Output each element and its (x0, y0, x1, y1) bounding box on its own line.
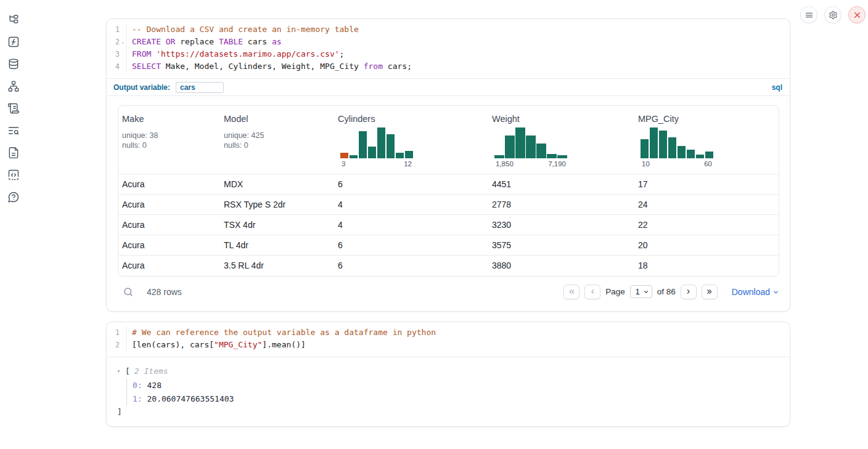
scroll-button[interactable] (7, 102, 20, 115)
python-cell: 1# We can reference the output variable … (106, 322, 790, 427)
menu-button[interactable] (800, 6, 817, 23)
table-cell: MDX (220, 174, 334, 195)
row-count-label: 428 rows (147, 287, 182, 297)
table-cell: Acura (118, 235, 220, 256)
logs-search-button[interactable] (7, 124, 20, 137)
histogram-max-label: 12 (404, 160, 412, 168)
histogram-bar (557, 155, 567, 159)
python-code-text[interactable]: [len(cars), cars["MPG_City"].mean()] (126, 339, 790, 351)
histogram-min-label: 1,850 (496, 160, 514, 168)
table-cell: 3230 (488, 215, 634, 235)
snippets-button[interactable] (7, 169, 20, 181)
column-stat: unique: 38 (122, 131, 216, 140)
download-button[interactable]: Download (732, 287, 779, 297)
settings-gear-icon (829, 10, 838, 20)
table-search-button[interactable] (123, 286, 134, 297)
function-icon (7, 36, 20, 48)
sql-line: 1-- Download a CSV and create an in-memo… (107, 23, 790, 36)
histogram-bar (536, 144, 546, 158)
histogram-bars (494, 127, 567, 158)
function-button[interactable] (7, 36, 20, 48)
file-tree-icon (7, 14, 20, 26)
histogram-bar (696, 155, 704, 158)
dependency-graph-button[interactable] (7, 80, 20, 92)
sql-line: 2⌄CREATE OR replace TABLE cars as (107, 36, 790, 48)
fold-gutter (120, 23, 126, 36)
close-button[interactable] (848, 6, 866, 23)
cars-table: Makeunique: 38nulls: 0Modelunique: 425nu… (118, 106, 779, 276)
chevron-left-icon (589, 288, 597, 296)
close-bracket: ] (117, 406, 780, 418)
sql-code-text[interactable]: -- Download a CSV and create an in-memor… (126, 23, 790, 36)
python-output: ▾ [ 2 Items 0: 4281: 20.060747663551403 … (107, 357, 790, 426)
sql-code-text[interactable]: FROM 'https://datasets.marimo.app/cars.c… (126, 48, 790, 60)
sql-code-text[interactable]: SELECT Make, Model, Cylinders, Weight, M… (126, 60, 790, 73)
line-number: 1 (107, 326, 120, 339)
histogram-bar (678, 146, 686, 158)
sql-code-text[interactable]: CREATE OR replace TABLE cars as (126, 36, 790, 48)
table-cell: 20 (634, 235, 779, 256)
sql-output-section: Makeunique: 38nulls: 0Modelunique: 425nu… (107, 95, 790, 311)
table-cell: 3880 (488, 256, 634, 276)
chevron-down-icon (643, 289, 649, 295)
database-button[interactable] (7, 58, 20, 70)
python-line: 2[len(cars), cars["MPG_City"].mean()] (107, 339, 790, 351)
column-title: Cylinders (338, 114, 485, 124)
database-icon (7, 58, 20, 70)
column-stat: nulls: 0 (122, 140, 216, 150)
line-number: 2 (107, 36, 120, 48)
chevron-right-icon (684, 288, 692, 296)
language-badge: sql (772, 83, 782, 92)
histogram-bar (359, 131, 367, 158)
python-code-editor[interactable]: 1# We can reference the output variable … (107, 322, 790, 357)
code-token: replace (175, 37, 218, 46)
open-bracket: [ (125, 366, 130, 376)
table-cell: Acura (118, 195, 220, 215)
code-token: -- Download a CSV and create an in-memor… (132, 25, 359, 34)
sidebar-panel-icons (0, 0, 27, 203)
sql-line: 3FROM 'https://datasets.marimo.app/cars.… (107, 48, 790, 60)
sql-code-editor[interactable]: 1-- Download a CSV and create an in-memo… (107, 19, 790, 78)
result-list-header: ▾ [ 2 Items (117, 365, 780, 378)
first-page-button[interactable] (563, 285, 579, 299)
last-page-button[interactable] (702, 285, 718, 299)
column-header-make: Makeunique: 38nulls: 0 (118, 106, 220, 174)
column-title: Make (122, 114, 216, 124)
page-select[interactable]: 1 (630, 285, 652, 298)
help-button[interactable] (7, 191, 20, 203)
settings-button[interactable] (824, 6, 841, 23)
code-token: from (364, 62, 383, 71)
table-cell: 4 (334, 195, 488, 215)
histogram-bar (350, 155, 358, 158)
chevron-down-icon (772, 288, 779, 296)
items-count-label: 2 Items (134, 366, 168, 376)
line-number: 4 (107, 60, 120, 73)
column-stat: unique: 425 (224, 131, 330, 140)
prev-page-button[interactable] (584, 285, 600, 299)
column-title: Weight (492, 114, 631, 124)
table-cell: 4 (334, 215, 488, 235)
document-button[interactable] (7, 147, 20, 159)
next-page-button[interactable] (681, 285, 697, 299)
page-total-label: of 86 (657, 287, 676, 296)
output-variable-input[interactable] (176, 82, 224, 93)
code-token (161, 37, 166, 46)
pagination: Page 1 of 86 (563, 285, 779, 299)
result-entry-value: 20.060747663551403 (142, 394, 234, 403)
histogram-min-label: 3 (342, 160, 345, 168)
file-tree-button[interactable] (7, 14, 20, 26)
chevrons-right-icon (705, 288, 713, 296)
histogram-bar (650, 127, 658, 158)
line-number: 3 (107, 48, 120, 60)
column-header-mpg_city: MPG_City1060 (634, 106, 779, 174)
line-number: 2 (107, 339, 120, 351)
table-row: AcuraTL 4dr6357520 (118, 235, 779, 256)
python-code-text[interactable]: # We can reference the output variable a… (126, 326, 790, 339)
table-row: Acura3.5 RL 4dr6388018 (118, 256, 779, 276)
histogram-axis-labels: 1,8507,190 (494, 160, 567, 168)
column-histogram: 312 (340, 127, 413, 168)
histogram-bar (705, 152, 713, 158)
fold-gutter (120, 339, 126, 351)
collapse-chevron-icon[interactable]: ▾ (117, 368, 125, 374)
fold-chevron-icon[interactable]: ⌄ (120, 36, 126, 48)
